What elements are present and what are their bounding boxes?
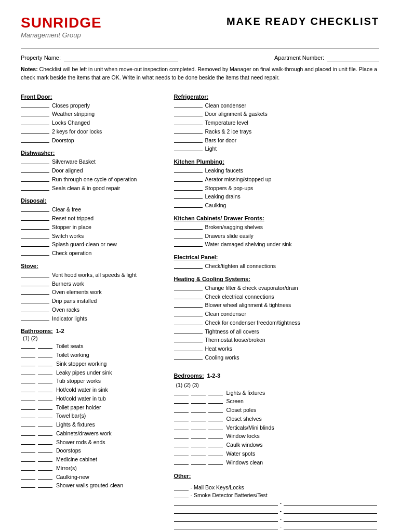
- dishwasher-items: Silverware Basket Door aligned Run throu…: [21, 158, 164, 192]
- check-blank[interactable]: [174, 184, 203, 191]
- kitchen-cabinets-title: Kitchen Cabinets/ Drawer Fronts:: [174, 215, 380, 221]
- check-blank[interactable]: [174, 145, 203, 151]
- list-item: Vent hood works, all speeds & light: [21, 271, 164, 280]
- check-blank[interactable]: [174, 167, 203, 173]
- check-blank[interactable]: [21, 306, 49, 312]
- check-blank[interactable]: [174, 223, 203, 230]
- check-blank[interactable]: [21, 158, 49, 164]
- other-title: Other:: [174, 473, 380, 479]
- list-item: Tightness of all covers: [174, 328, 380, 336]
- list-item: Heat works: [174, 345, 380, 353]
- list-item: Clear & free: [21, 206, 164, 214]
- list-item: Caulking-new: [21, 473, 164, 482]
- notes-label: Notes:: [21, 66, 38, 72]
- list-item: Doorstops: [21, 447, 164, 455]
- bathrooms-title: Bathrooms:: [21, 328, 53, 334]
- list-item: Aerator missing/stopped up: [174, 176, 380, 184]
- check-blank[interactable]: [21, 215, 49, 221]
- list-item: -: [174, 523, 380, 529]
- list-item: Water damaged shelving under sink: [174, 241, 380, 249]
- list-item: Oven elements work: [21, 288, 164, 297]
- list-item: Closes properly: [21, 102, 164, 110]
- front-door-title: Front Door:: [21, 94, 164, 100]
- list-item: Reset not tripped: [21, 215, 164, 223]
- list-item: Stopper in place: [21, 223, 164, 232]
- bedrooms-nums: 1-2-3: [207, 373, 221, 379]
- list-item: Tub stopper works: [21, 377, 164, 385]
- list-item: Check/tighten all connections: [174, 262, 380, 271]
- list-item: Shower walls grouted-clean: [21, 482, 164, 490]
- list-item: Doorstop: [21, 137, 164, 145]
- list-item: Drawers slide easily: [174, 232, 380, 241]
- logo-mgmt: Management Group: [21, 31, 102, 39]
- check-blank[interactable]: [21, 288, 49, 295]
- stove-title: Stove:: [21, 263, 164, 269]
- check-blank[interactable]: [174, 328, 203, 334]
- check-blank[interactable]: [174, 293, 203, 299]
- property-field: Property Name:: [21, 54, 178, 61]
- check-blank[interactable]: [21, 184, 49, 191]
- check-blank[interactable]: [21, 176, 49, 182]
- list-item: -: [174, 500, 380, 506]
- bathrooms-sub: (1) (2): [23, 335, 164, 341]
- check-blank[interactable]: [21, 232, 49, 238]
- check-blank[interactable]: [21, 271, 49, 277]
- check-blank[interactable]: [174, 202, 203, 208]
- list-item: Blower wheel alignment & tightness: [174, 301, 380, 310]
- check-blank[interactable]: [21, 102, 49, 108]
- check-blank[interactable]: [21, 249, 49, 256]
- list-item: -: [174, 515, 380, 522]
- list-item: Lights & fixtures: [21, 421, 164, 429]
- property-underline[interactable]: [64, 54, 178, 61]
- check-blank[interactable]: [174, 354, 203, 360]
- list-item: -: [174, 508, 380, 514]
- check-blank[interactable]: [21, 223, 49, 230]
- list-item: Closet poles: [174, 406, 380, 415]
- form-row: Property Name: Apartment Number:: [21, 54, 379, 61]
- check-blank[interactable]: [174, 137, 203, 143]
- list-item: Towel bar(s): [21, 412, 164, 420]
- list-item: Check operation: [21, 249, 164, 258]
- check-blank[interactable]: [21, 315, 49, 321]
- check-blank[interactable]: [21, 206, 49, 212]
- check-blank[interactable]: [174, 110, 203, 116]
- check-blank[interactable]: [174, 319, 203, 325]
- list-item: Splash guard-clean or new: [21, 241, 164, 249]
- logo-sunridge: SUNRIDGE: [21, 16, 102, 30]
- kitchen-plumbing-title: Kitchen Plumbing:: [174, 158, 380, 165]
- bedrooms-title: Bedrooms:: [174, 373, 204, 379]
- check-blank[interactable]: [174, 301, 203, 308]
- check-blank[interactable]: [174, 241, 203, 247]
- check-blank[interactable]: [174, 345, 203, 351]
- check-blank[interactable]: [21, 280, 49, 286]
- list-item: Windows clean: [174, 459, 380, 467]
- check-blank[interactable]: [21, 128, 49, 134]
- list-item: Screen: [174, 397, 380, 406]
- list-item: Drip pans installed: [21, 297, 164, 305]
- check-blank[interactable]: [174, 310, 203, 316]
- apartment-underline[interactable]: [327, 54, 379, 61]
- check-blank[interactable]: [21, 241, 49, 247]
- check-blank[interactable]: [21, 137, 49, 143]
- check-blank[interactable]: [174, 193, 203, 199]
- check-blank[interactable]: [174, 284, 203, 290]
- check-blank[interactable]: [174, 119, 203, 125]
- disposal-title: Disposal:: [21, 197, 164, 204]
- disposal-items: Clear & free Reset not tripped Stopper i…: [21, 206, 164, 258]
- check-blank[interactable]: [174, 176, 203, 182]
- list-item: Switch works: [21, 232, 164, 241]
- list-item: Lights & fixtures: [174, 389, 380, 397]
- check-blank[interactable]: [174, 102, 203, 108]
- check-blank[interactable]: [174, 232, 203, 238]
- check-blank[interactable]: [174, 336, 203, 342]
- check-blank[interactable]: [21, 110, 49, 116]
- list-item: Shower rods & ends: [21, 438, 164, 447]
- check-blank[interactable]: [21, 119, 49, 125]
- check-blank[interactable]: [21, 297, 49, 303]
- check-blank[interactable]: [174, 262, 203, 269]
- list-item: Oven racks: [21, 306, 164, 314]
- check-blank[interactable]: [21, 167, 49, 173]
- list-item: Leaking faucets: [174, 167, 380, 175]
- check-blank[interactable]: [174, 128, 203, 134]
- kitchen-cabinets-items: Broken/sagging shelves Drawers slide eas…: [174, 223, 380, 249]
